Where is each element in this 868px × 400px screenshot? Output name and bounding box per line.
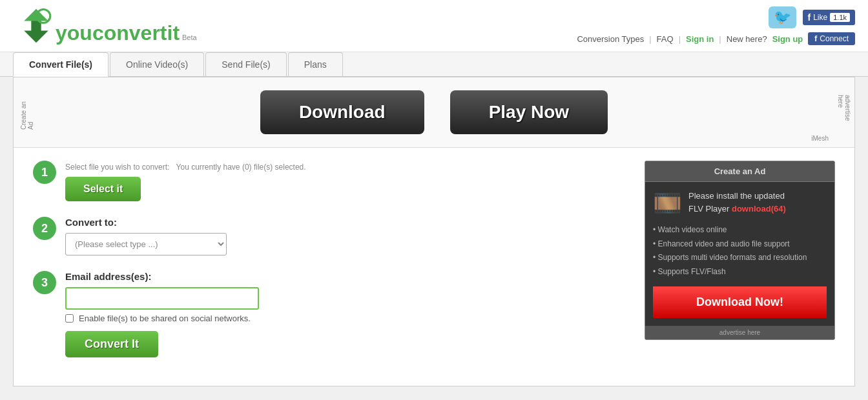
ad-side-left-label: Create an Ad (20, 95, 34, 130)
nav-faq[interactable]: FAQ (657, 34, 674, 44)
logo-icon (17, 6, 56, 45)
form-step-1: 1 Select file you wish to convert: You c… (33, 161, 632, 201)
like-label: Like (813, 13, 827, 22)
logo-text: youconvertit Beta (56, 21, 197, 45)
bullet-4: Supports FLV/Flash (653, 265, 827, 279)
facebook-connect-button[interactable]: f Connect (808, 32, 855, 45)
beta-label: Beta (182, 34, 197, 41)
ad-right-body: 🎞️ Please install the updated FLV Player… (645, 182, 834, 326)
svg-marker-1 (24, 21, 48, 43)
form-step-3: 3 Email address(es): Enable file(s) to b… (33, 271, 632, 357)
ad-right-title: Create an Ad (645, 161, 834, 182)
download-now-button[interactable]: Download Now! (653, 286, 827, 318)
bullet-3: Supports multi video formats and resolut… (653, 251, 827, 265)
form-step-2: 2 Convert to: (Please select type ...) (33, 217, 632, 255)
social-share-checkbox[interactable] (65, 314, 74, 323)
imesh-label: iMesh (811, 135, 829, 142)
tab-online-videos[interactable]: Online Video(s) (110, 52, 204, 76)
ad-right-bullets: Watch videos online Enhanced video and a… (653, 223, 827, 279)
form-area: 1 Select file you wish to convert: You c… (14, 148, 854, 386)
ad-right-panel: Create an Ad 🎞️ Please install the updat… (645, 161, 835, 340)
ad-right-footer: advertise here (645, 326, 834, 339)
tab-plans[interactable]: Plans (288, 52, 343, 76)
download-ad-button[interactable]: Download (260, 90, 424, 134)
ad-buttons: Download Play Now (260, 90, 608, 134)
step-circle-3: 3 (33, 271, 56, 294)
social-share-label: Enable file(s) to be shared on social ne… (79, 314, 251, 323)
form-left: 1 Select file you wish to convert: You c… (33, 161, 632, 373)
step-3-label: Email address(es): (65, 271, 632, 282)
tabs-bar: Convert File(s) Online Video(s) Send Fil… (0, 52, 868, 77)
ad-right-description: Please install the updated FLV Player do… (688, 190, 786, 215)
step-1-content: Select file you wish to convert: You cur… (65, 161, 632, 201)
tab-send-files[interactable]: Send File(s) (205, 52, 286, 76)
logo-area: youconvertit Beta (13, 6, 197, 45)
step-circle-2: 2 (33, 217, 56, 240)
header: youconvertit Beta 🐦 f Like 1.1k Conversi… (0, 0, 868, 52)
main-content: Create an Ad Download Play Now advertise… (13, 77, 855, 386)
connect-label: Connect (820, 34, 849, 43)
ad-banner: Create an Ad Download Play Now advertise… (14, 77, 854, 148)
sidebar-ad: Create an Ad 🎞️ Please install the updat… (645, 161, 835, 373)
twitter-bird-icon: 🐦 (774, 9, 791, 26)
step-circle-1: 1 (33, 161, 56, 184)
nav-conversion-types[interactable]: Conversion Types (577, 34, 644, 44)
convert-type-select[interactable]: (Please select type ...) (65, 233, 227, 255)
twitter-button[interactable]: 🐦 (769, 6, 796, 28)
step-1-label: Select file you wish to convert: You cur… (65, 161, 632, 172)
nav-sign-up[interactable]: Sign up (772, 34, 803, 44)
email-input[interactable] (65, 287, 259, 310)
film-reel-icon: 🎞️ (653, 190, 682, 217)
playnow-ad-button[interactable]: Play Now (450, 90, 608, 134)
step-2-content: Convert to: (Please select type ...) (65, 217, 632, 255)
facebook-connect-icon: f (814, 34, 817, 43)
select-file-button[interactable]: Select it (65, 177, 141, 201)
step-2-label: Convert to: (65, 217, 632, 228)
header-right: 🐦 f Like 1.1k Conversion Types | FAQ | S… (577, 6, 855, 45)
nav-new-here: New here? (727, 34, 767, 44)
like-count: 1.1k (830, 13, 850, 22)
step-3-content: Email address(es): Enable file(s) to be … (65, 271, 632, 357)
ad-right-top: 🎞️ Please install the updated FLV Player… (653, 190, 827, 217)
ad-side-right: advertise here (837, 95, 851, 130)
bullet-1: Watch videos online (653, 223, 827, 237)
social-row: 🐦 f Like 1.1k (769, 6, 855, 28)
nav-sign-in[interactable]: Sign in (686, 34, 714, 44)
tab-convert-files[interactable]: Convert File(s) (13, 52, 108, 77)
bullet-2: Enhanced video and audio file support (653, 237, 827, 252)
social-share-row: Enable file(s) to be shared on social ne… (65, 314, 632, 323)
nav-links: Conversion Types | FAQ | Sign in | New h… (577, 32, 855, 45)
flv-download-link[interactable]: download(64) (732, 204, 786, 214)
facebook-like-button[interactable]: f Like 1.1k (803, 10, 855, 25)
step-1-status: You currently have (0) file(s) selected. (176, 163, 306, 172)
convert-button[interactable]: Convert It (65, 331, 158, 357)
facebook-icon: f (808, 12, 811, 23)
